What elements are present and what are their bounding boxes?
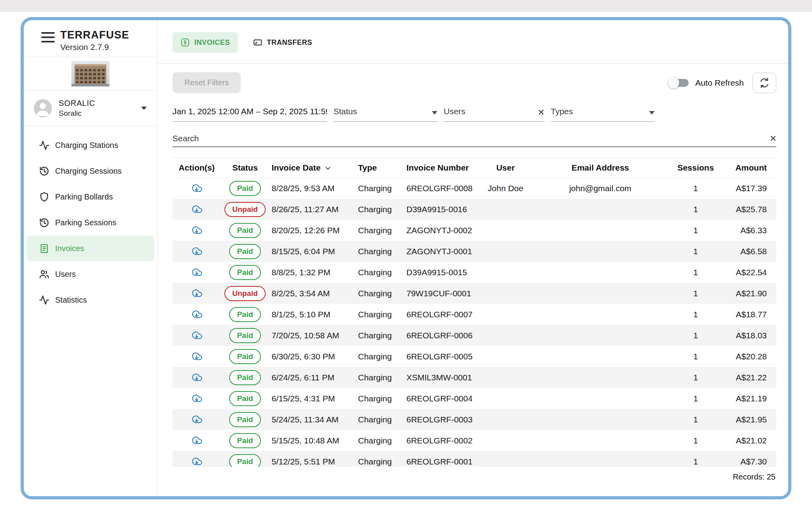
invoice-number-cell: 6REOLGRF-0003: [402, 409, 476, 430]
user-cell: [476, 262, 535, 283]
status-cell: Paid: [221, 262, 269, 283]
type-cell: Charging: [353, 430, 402, 451]
sidebar-item-parking-sessions[interactable]: Parking Sessions: [27, 210, 154, 236]
sidebar-item-label: Statistics: [55, 295, 87, 305]
org-account: Soralic: [59, 109, 95, 118]
user-cell: [476, 451, 535, 467]
credit-card-icon: [253, 38, 262, 47]
download-invoice-button[interactable]: [190, 244, 204, 258]
sidebar-item-charging-stations[interactable]: Charging Stations: [27, 132, 154, 158]
download-invoice-button[interactable]: [190, 391, 204, 405]
date-range-input[interactable]: Jan 1, 2025 12:00 AM – Sep 2, 2025 11:59…: [172, 107, 327, 122]
column-header-amount[interactable]: Amount: [726, 158, 776, 178]
column-header-type[interactable]: Type: [353, 158, 402, 178]
actions-cell: [172, 199, 221, 220]
refresh-button[interactable]: [753, 73, 776, 93]
amount-cell: A$21.90: [726, 283, 776, 304]
search-clear-icon[interactable]: ×: [770, 134, 776, 142]
status-badge: Paid: [229, 349, 261, 364]
dollar-square-icon: $: [180, 38, 190, 47]
download-invoice-button[interactable]: [190, 202, 204, 216]
toggle-knob: [668, 77, 679, 88]
status-cell: Paid: [221, 220, 269, 241]
download-invoice-button[interactable]: [190, 433, 204, 447]
sidebar-item-charging-sessions[interactable]: Charging Sessions: [27, 158, 154, 184]
status-badge: Paid: [229, 433, 261, 448]
status-cell: Unpaid: [221, 283, 269, 304]
download-invoice-button[interactable]: [190, 223, 204, 237]
column-header-user[interactable]: User: [476, 158, 535, 178]
column-label: Action(s): [179, 163, 215, 172]
status-cell: Paid: [221, 304, 269, 325]
status-select[interactable]: Status: [333, 107, 437, 122]
sidebar-item-invoices[interactable]: Invoices: [27, 236, 154, 261]
column-label: Sessions: [677, 163, 714, 172]
download-invoice-button[interactable]: [190, 370, 204, 384]
invoice-number-cell: 6REOLGRF-0002: [402, 430, 476, 451]
activity-icon: [39, 295, 50, 305]
column-header-invoice-number[interactable]: Invoice Number: [402, 158, 476, 178]
sessions-cell: 1: [666, 241, 726, 262]
column-header-sessions[interactable]: Sessions: [666, 158, 726, 178]
sessions-cell: 1: [666, 346, 726, 367]
menu-icon[interactable]: [41, 32, 55, 42]
status-cell: Paid: [221, 241, 269, 262]
invoice-date-cell: 5/24/25, 11:34 AM: [269, 409, 353, 430]
user-cell: [476, 325, 535, 346]
sidebar-item-parking-bollards[interactable]: Parking Bollards: [27, 184, 154, 210]
search-input[interactable]: [172, 134, 770, 143]
chevron-down-icon: [141, 107, 147, 110]
users-select[interactable]: Users ×: [444, 107, 544, 122]
sidebar-item-label: Parking Sessions: [55, 218, 117, 227]
types-select[interactable]: Types: [551, 107, 655, 122]
email-cell: [535, 451, 666, 467]
column-label: Invoice Date: [272, 163, 321, 172]
amount-cell: A$6.58: [726, 241, 776, 262]
download-invoice-button[interactable]: [190, 265, 204, 279]
invoice-row: Paid6/30/25, 6:30 PMCharging6REOLGRF-000…: [172, 346, 776, 367]
download-invoice-button[interactable]: [190, 181, 204, 195]
actions-cell: [172, 262, 221, 283]
actions-cell: [172, 367, 221, 388]
auto-refresh-toggle[interactable]: [669, 79, 689, 87]
download-invoice-button[interactable]: [190, 412, 204, 426]
download-invoice-button[interactable]: [190, 349, 204, 363]
status-badge: Paid: [229, 307, 261, 322]
type-cell: Charging: [353, 325, 402, 346]
org-selector[interactable]: SORALIC Soralic: [24, 91, 157, 126]
invoice-date-cell: 8/2/25, 3:54 AM: [269, 283, 353, 304]
user-cell: John Doe: [476, 178, 535, 199]
records-count: Records: 25: [172, 472, 776, 482]
download-invoice-button[interactable]: [190, 286, 204, 300]
status-cell: Unpaid: [221, 199, 269, 220]
sidebar-item-statistics[interactable]: Statistics: [27, 287, 154, 313]
main-content: $ INVOICES TRANSFERS Reset Filters Auto …: [157, 20, 788, 496]
reset-filters-button[interactable]: Reset Filters: [172, 72, 241, 93]
cloud-download-icon: [191, 225, 202, 236]
app-version: Version 2.7.9: [60, 42, 129, 52]
tab-transfers[interactable]: TRANSFERS: [245, 32, 320, 53]
download-invoice-button[interactable]: [190, 454, 204, 467]
column-header-action-s[interactable]: Action(s): [172, 158, 221, 178]
column-header-email-address[interactable]: Email Address: [535, 158, 666, 178]
sessions-cell: 1: [666, 451, 726, 467]
column-header-invoice-date[interactable]: Invoice Date: [269, 158, 353, 178]
type-cell: Charging: [353, 220, 402, 241]
status-badge: Paid: [229, 265, 261, 280]
invoice-number-cell: 6REOLGRF-0005: [402, 346, 476, 367]
status-cell: Paid: [221, 346, 269, 367]
clear-users-icon[interactable]: ×: [538, 108, 544, 116]
column-header-status[interactable]: Status: [221, 158, 269, 178]
sidebar-item-users[interactable]: Users: [27, 261, 154, 287]
invoice-date-cell: 8/1/25, 5:10 PM: [269, 304, 353, 325]
user-cell: [476, 388, 535, 409]
amount-cell: A$21.95: [726, 409, 776, 430]
sort-arrow-icon[interactable]: [324, 164, 332, 172]
tab-invoices[interactable]: $ INVOICES: [172, 32, 238, 53]
download-invoice-button[interactable]: [190, 328, 204, 342]
cloud-download-icon: [191, 203, 202, 215]
user-cell: [476, 346, 535, 367]
sessions-cell: 1: [666, 325, 726, 346]
download-invoice-button[interactable]: [190, 307, 204, 321]
invoice-number-cell: D39A9915-0016: [402, 199, 476, 220]
